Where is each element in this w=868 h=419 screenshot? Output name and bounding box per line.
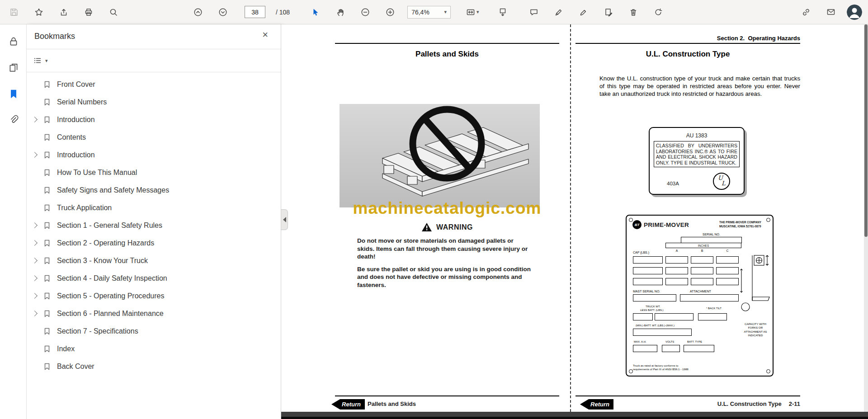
zoom-out-icon xyxy=(361,8,370,17)
pages-tab-button[interactable] xyxy=(8,62,19,74)
bookmark-icon xyxy=(43,116,51,124)
bookmark-item[interactable]: Contents xyxy=(27,128,281,146)
save-button[interactable] xyxy=(5,3,23,21)
zoom-in-button[interactable] xyxy=(381,3,399,21)
zoom-level-value: 76,4% xyxy=(411,9,429,16)
share-link-button[interactable] xyxy=(797,3,815,21)
search-button[interactable] xyxy=(104,3,123,21)
bookmark-item[interactable]: Truck Application xyxy=(27,199,281,217)
bookmark-item[interactable]: Section 5 - Operating Procedures xyxy=(27,287,281,305)
bookmark-item[interactable]: Section 6 - Planned Maintenance xyxy=(27,305,281,322)
bookmark-item[interactable]: Safety Signs and Safety Messages xyxy=(27,181,281,199)
bookmark-item[interactable]: Back Cover xyxy=(27,358,281,375)
plate-field-box xyxy=(633,329,692,336)
bookmark-item[interactable]: Front Cover xyxy=(27,75,281,93)
plate-field-box xyxy=(633,267,663,274)
bookmark-label: Section 4 - Daily Safety Inspection xyxy=(57,274,167,282)
bookmark-item[interactable]: Section 7 - Specifications xyxy=(27,322,281,340)
bookmarks-tab-button[interactable] xyxy=(8,89,19,100)
chevron-right-icon[interactable] xyxy=(32,222,38,228)
plate-field-box xyxy=(665,278,688,285)
ul-classified-text: CLASSIFIED BY UNDERWRITERS LABORATORIES … xyxy=(654,141,740,167)
plate-field-label: LESS BATT. (LBS.) xyxy=(640,309,664,311)
select-tool-button[interactable] xyxy=(307,3,325,21)
bookmark-label: Section 3 - Know Your Truck xyxy=(57,257,148,265)
page-edit-button[interactable] xyxy=(599,3,618,21)
plate-field-box xyxy=(684,345,714,352)
bookmark-item[interactable]: Introduction xyxy=(27,111,281,128)
chevron-right-icon[interactable] xyxy=(32,117,38,122)
plate-field-label: A xyxy=(665,249,688,252)
plate-field-label: MAX. A.H. xyxy=(634,340,646,343)
screw-icon xyxy=(629,369,633,373)
next-page-button[interactable] xyxy=(214,3,232,21)
chevron-left-icon xyxy=(283,217,286,222)
fit-width-button[interactable]: ▾ xyxy=(460,3,485,21)
header-rule xyxy=(335,43,559,44)
footer-title: U.L. Construction Type xyxy=(717,400,782,407)
plate-field-box xyxy=(691,278,713,285)
chevron-right-icon[interactable] xyxy=(32,311,38,316)
bookmark-item[interactable]: Section 2 - Operating Hazards xyxy=(27,234,281,252)
close-panel-button[interactable]: × xyxy=(262,30,268,40)
bookmark-item[interactable]: Section 1 - General Safety Rules xyxy=(27,217,281,234)
plate-field-box xyxy=(665,267,688,274)
bookmark-icon xyxy=(43,310,51,318)
bookmark-options-button[interactable]: ▾ xyxy=(33,54,48,67)
page-nav-group: / 108 xyxy=(189,3,290,21)
chevron-right-icon[interactable] xyxy=(32,275,38,281)
plate-field-box xyxy=(680,294,739,301)
page-number-input[interactable] xyxy=(245,6,265,18)
panel-collapse-handle[interactable] xyxy=(281,209,288,230)
bookmark-item[interactable]: Introduction xyxy=(27,146,281,164)
print-icon xyxy=(84,8,93,17)
bookmark-icon xyxy=(43,363,51,371)
horizontal-scrollbar[interactable] xyxy=(281,412,868,419)
return-link[interactable]: Return xyxy=(580,399,613,410)
return-link[interactable]: Return xyxy=(331,399,365,410)
highlight-button[interactable] xyxy=(550,3,568,21)
bookmark-item[interactable]: Section 3 - Know Your Truck xyxy=(27,252,281,269)
bookmark-label: Safety Signs and Safety Messages xyxy=(57,186,169,194)
body-paragraph: Know the U.L. construction type of your … xyxy=(599,75,800,98)
bookmark-item[interactable]: Section 4 - Daily Safety Inspection xyxy=(27,269,281,287)
print-button[interactable] xyxy=(80,3,98,21)
section-header: Section 2. Operating Hazards xyxy=(717,35,800,42)
account-avatar[interactable] xyxy=(847,5,862,20)
chevron-right-icon[interactable] xyxy=(32,152,38,158)
sign-button[interactable] xyxy=(575,3,593,21)
protection-tab-button[interactable] xyxy=(8,36,19,48)
delete-button[interactable] xyxy=(624,3,642,21)
plate-field-box xyxy=(716,256,739,264)
zoom-level-dropdown[interactable]: 76,4% ▾ xyxy=(407,6,451,19)
plate-field-label: VOLTS xyxy=(665,340,674,343)
share-button[interactable] xyxy=(55,3,73,21)
email-button[interactable] xyxy=(822,3,840,21)
plate-field-box xyxy=(691,267,713,274)
bookmark-item[interactable]: How To Use This Manual xyxy=(27,164,281,181)
vertical-scrollbar[interactable] xyxy=(864,24,868,412)
chevron-right-icon[interactable] xyxy=(32,240,38,246)
watermark: machinecatalogic.com xyxy=(335,199,559,218)
fit-width-icon xyxy=(466,8,475,17)
bookmark-label: Section 1 - General Safety Rules xyxy=(57,221,162,230)
star-button[interactable] xyxy=(30,3,48,21)
bookmark-label: Introduction xyxy=(57,116,95,124)
page-display-button[interactable] xyxy=(492,3,514,21)
caret-down-icon: ▾ xyxy=(45,58,48,64)
hand-tool-button[interactable] xyxy=(331,3,349,21)
star-icon xyxy=(34,8,43,17)
vertical-scrollbar-thumb[interactable] xyxy=(864,24,868,237)
bookmark-item[interactable]: Serial Numbers xyxy=(27,93,281,111)
bookmark-label: Serial Numbers xyxy=(57,98,107,106)
company-line: THE PRIME-MOVER COMPANY xyxy=(719,221,771,225)
comment-button[interactable] xyxy=(525,3,543,21)
chevron-right-icon[interactable] xyxy=(32,258,38,264)
previous-page-button[interactable] xyxy=(189,3,207,21)
rotate-button[interactable] xyxy=(649,3,667,21)
attachments-tab-button[interactable] xyxy=(8,114,19,126)
screw-icon xyxy=(766,369,770,373)
chevron-right-icon[interactable] xyxy=(32,293,38,299)
zoom-out-button[interactable] xyxy=(356,3,374,21)
bookmark-item[interactable]: Index xyxy=(27,340,281,358)
